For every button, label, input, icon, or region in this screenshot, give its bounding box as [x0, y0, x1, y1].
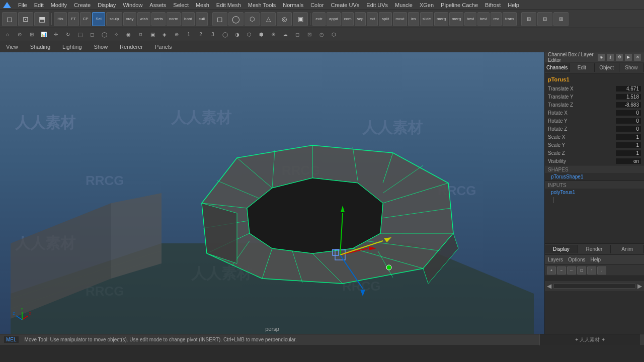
tb2-cam-btn[interactable]: ◷ [316, 30, 327, 40]
menu-create-uvs[interactable]: Create UVs [328, 1, 362, 9]
menu-normals[interactable]: Normals [280, 1, 306, 9]
tb2-soft-btn[interactable]: ◈ [159, 30, 170, 40]
appd-button[interactable]: appd [327, 12, 341, 26]
scale-z-value[interactable]: 1 [616, 150, 641, 156]
sculp-button[interactable]: sculp [106, 12, 122, 26]
menu-edit-uvs[interactable]: Edit UVs [363, 1, 391, 9]
shapes-item-ptorus[interactable]: pTorusShape1 [545, 173, 644, 180]
le-layer-up-btn[interactable]: ↑ [587, 266, 596, 275]
tb2-deform-btn[interactable]: ▣ [147, 30, 158, 40]
tab-object[interactable]: Object [595, 63, 619, 72]
bevl1-button[interactable]: bevl [464, 12, 476, 26]
ft-button[interactable]: FT [68, 12, 79, 26]
tab-edit[interactable]: Edit [570, 63, 594, 72]
le-nav-scroll[interactable] [553, 284, 635, 289]
new-file-button[interactable]: ◻ [2, 12, 17, 26]
menu-mesh-tools[interactable]: Mesh Tools [245, 1, 279, 9]
translate-z-value[interactable]: -8.683 [616, 102, 641, 108]
menu-mesh[interactable]: Mesh [193, 1, 212, 9]
menu-create[interactable]: Create [71, 1, 94, 9]
tb2-wire-btn[interactable]: ⬡ [244, 30, 255, 40]
tb2-paint-btn[interactable]: ◉ [123, 30, 134, 40]
slide-button[interactable]: slide [420, 12, 433, 26]
tb2-s1-btn[interactable]: 1 [183, 30, 194, 40]
tb2-circ-btn[interactable]: ◯ [99, 30, 110, 40]
mcut-button[interactable]: mcut [393, 12, 407, 26]
plane-shape-button[interactable]: ▣ [293, 12, 308, 26]
ins-button[interactable]: ins [408, 12, 419, 26]
panel-lighting[interactable]: Lighting [60, 43, 84, 51]
le-layer-down-btn[interactable]: ↓ [597, 266, 606, 275]
menu-muscle[interactable]: Muscle [392, 1, 416, 9]
visibility-value[interactable]: on [616, 158, 641, 164]
translate-x-row[interactable]: Translate X 4.671 [545, 84, 644, 93]
torus-shape-button[interactable]: ◎ [277, 12, 292, 26]
ext-button[interactable]: ext [367, 12, 378, 26]
menu-pipeline-cache[interactable]: Pipeline Cache [438, 1, 481, 9]
tb2-brush-btn[interactable]: ⌑ [135, 30, 146, 40]
tab-show[interactable]: Show [619, 63, 644, 72]
menu-window[interactable]: Window [120, 1, 145, 9]
merg2-button[interactable]: merg [449, 12, 463, 26]
menu-edit-mesh[interactable]: Edit Mesh [213, 1, 244, 9]
tb2-rotate-btn[interactable]: ↻ [62, 30, 73, 40]
split-button[interactable]: split [379, 12, 392, 26]
cone-shape-button[interactable]: △ [261, 12, 276, 26]
menu-edit[interactable]: Edit [31, 1, 47, 9]
scale-x-row[interactable]: Scale X 1 [545, 133, 644, 141]
rotate-z-row[interactable]: Rotate Z 0 [545, 125, 644, 133]
scale-z-row[interactable]: Scale Z 1 [545, 149, 644, 157]
norm-button[interactable]: norm [167, 12, 181, 26]
object-name[interactable]: pTorus1 [545, 75, 644, 84]
tb2-s3-btn[interactable]: 3 [207, 30, 218, 40]
history-button[interactable]: His [54, 12, 67, 26]
rotate-y-value[interactable]: 0 [616, 118, 641, 124]
translate-x-value[interactable]: 4.671 [616, 86, 641, 92]
le-nav-left[interactable]: ◀ [547, 283, 551, 290]
xray-button[interactable]: xray [123, 12, 136, 26]
tb2-view-btn[interactable]: ⌂ [2, 30, 13, 40]
inputs-item-polytorus[interactable]: polyTorus1 [545, 189, 644, 196]
cylinder-shape-button[interactable]: ⬡ [245, 12, 260, 26]
scale-x-value[interactable]: 1 [616, 134, 641, 140]
le-layer-options-btn[interactable]: ⋯ [567, 266, 576, 275]
tb2-s2-btn[interactable]: 2 [195, 30, 206, 40]
translate-y-value[interactable]: 1.518 [616, 94, 641, 100]
tb2-sphere-btn[interactable]: ◯ [219, 30, 230, 40]
panel-panels[interactable]: Panels [153, 43, 174, 51]
bord-button[interactable]: bord [182, 12, 195, 26]
tb2-ref-btn[interactable]: ◻ [292, 30, 303, 40]
tb2-move-btn[interactable]: ✛ [50, 30, 61, 40]
le-layers-menu[interactable]: Layers [548, 257, 563, 262]
tb2-light1-btn[interactable]: ☀ [268, 30, 279, 40]
rev-button[interactable]: rev [491, 12, 502, 26]
cp-button[interactable]: CP [80, 12, 91, 26]
tb2-select-btn[interactable]: ⬚ [74, 30, 86, 40]
menu-color[interactable]: Color [307, 1, 327, 9]
panel-renderer[interactable]: Renderer [118, 43, 145, 51]
grid-view-button[interactable]: ⊞ [521, 12, 536, 26]
le-options-menu[interactable]: Options [568, 257, 585, 262]
mode-indicator[interactable]: MEL [4, 336, 19, 343]
tb2-sym-btn[interactable]: ⊕ [171, 30, 182, 40]
extr-button[interactable]: extr [312, 12, 326, 26]
rotate-x-row[interactable]: Rotate X 0 [545, 109, 644, 117]
layout-button[interactable]: ⊟ [537, 12, 552, 26]
le-tab-anim[interactable]: Anim [611, 245, 644, 253]
tb2-lasso-btn[interactable]: ✧ [111, 30, 122, 40]
tb2-half-sphere-btn[interactable]: ◑ [231, 30, 243, 40]
cull-button[interactable]: cull [196, 12, 208, 26]
le-create-layer-btn[interactable]: + [547, 266, 556, 275]
cb-icon-key[interactable]: ⚷ [607, 54, 614, 61]
cb-icon-close[interactable]: ✕ [634, 54, 641, 61]
tb2-share-btn[interactable]: ⬡ [328, 30, 339, 40]
open-file-button[interactable]: ⊡ [18, 12, 33, 26]
visibility-row[interactable]: Visibility on [545, 157, 644, 165]
menu-select[interactable]: Select [170, 1, 192, 9]
rotate-y-row[interactable]: Rotate Y 0 [545, 117, 644, 125]
cb-icon-settings[interactable]: ⚙ [616, 54, 623, 61]
tb2-light2-btn[interactable]: ☁ [280, 30, 291, 40]
tb2-snap-btn[interactable]: ⊙ [14, 30, 25, 40]
rotate-z-value[interactable]: 0 [616, 126, 641, 132]
tb2-shadow-btn[interactable]: ⊡ [304, 30, 315, 40]
